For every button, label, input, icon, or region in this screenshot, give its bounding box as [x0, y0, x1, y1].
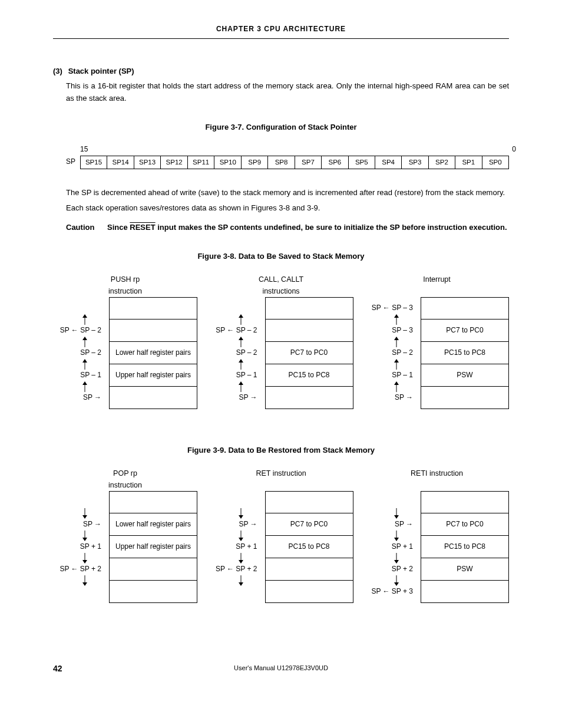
stack-cell: [266, 558, 353, 581]
svg-marker-1: [82, 314, 87, 318]
svg-marker-7: [82, 381, 87, 385]
stack-pointer-label: [53, 581, 105, 603]
sp-bit-cell: SP12: [161, 156, 188, 169]
stack-cell: PC7 to PC0: [266, 513, 353, 536]
stack-pointer-label: SP ← SP + 3: [365, 581, 416, 603]
stack-pointer-label: SP ← SP + 2: [209, 558, 261, 581]
stack-cell: [266, 319, 353, 342]
stack-cell: [421, 297, 508, 319]
svg-marker-47: [394, 582, 399, 586]
svg-marker-13: [239, 359, 243, 363]
figure-3-8-title: Figure 3-8. Data to Be Saved to Stack Me…: [53, 251, 509, 263]
section-para-3: Each stack operation saves/restores data…: [66, 202, 509, 215]
stack-cell: [421, 387, 508, 409]
stack-pointer-label: SP →: [53, 387, 105, 409]
section-number: (3): [53, 65, 66, 78]
stack-diagram-column: CALL, CALLTinstructionsPC7 to PC0PC15 to…: [209, 274, 353, 433]
stack-pointer-label: SP – 3: [365, 319, 416, 342]
stack-diagram-column: RETI instructionPC7 to PC0PC15 to PC8PSW…: [365, 467, 509, 627]
stack-cell: Lower half register pairs: [110, 513, 197, 536]
stack-cell: PC7 to PC0: [266, 342, 353, 364]
svg-marker-5: [82, 359, 87, 363]
stack-pointer-label: SP + 1: [209, 536, 261, 558]
sp-bit-cell: SP0: [482, 156, 508, 169]
caution-label: Caution: [66, 222, 107, 234]
section-title: Stack pointer (SP): [68, 67, 134, 75]
stack-cell: PC15 to PC8: [421, 342, 508, 364]
figure-3-7-title: Figure 3-7. Configuration of Stack Point…: [53, 121, 509, 134]
stack-diagram-column: POP rpinstructionLower half register pai…: [53, 467, 197, 627]
stack-cell: PSW: [421, 364, 508, 387]
sp-bit-cell: SP10: [214, 156, 242, 169]
stack-pointer-label: SP – 2: [209, 342, 261, 364]
svg-marker-41: [394, 515, 399, 519]
stack-cell: [421, 581, 508, 603]
svg-marker-25: [82, 515, 87, 519]
sp-bit-cell: SP5: [348, 156, 375, 169]
stack-cell: [110, 558, 197, 581]
stack-diagram-column: PUSH rpinstructionLower half register pa…: [53, 274, 197, 433]
sp-bits-table: SP15SP14SP13SP12SP11SP10SP9SP8SP7SP6SP5S…: [80, 156, 509, 169]
stack-pointer-label: SP ← SP + 2: [53, 558, 105, 581]
stack-pointer-label: SP ← SP – 2: [53, 319, 105, 342]
stack-pointer-label: SP + 1: [53, 536, 105, 558]
stack-pointer-label: SP ← SP – 2: [209, 319, 261, 342]
figure-3-9: POP rpinstructionLower half register pai…: [53, 467, 509, 627]
stack-pointer-label: [53, 297, 105, 319]
stack-cell: Upper half register pairs: [110, 536, 197, 558]
stack-cell: PC15 to PC8: [266, 364, 353, 387]
svg-marker-33: [239, 515, 243, 519]
sp-bit-cell: SP8: [268, 156, 295, 169]
stack-cell: [266, 581, 353, 603]
svg-marker-19: [394, 337, 399, 340]
stack-cell: [110, 387, 197, 409]
stack-pointer-label: SP →: [365, 513, 416, 536]
sp-bit-cell: SP4: [375, 156, 401, 169]
sp-bit-cell: SP1: [455, 156, 482, 169]
stack-cell: PSW: [421, 558, 508, 581]
svg-marker-23: [394, 381, 399, 385]
stack-cell: [110, 297, 197, 319]
stack-cell: [266, 491, 353, 513]
svg-marker-9: [239, 314, 243, 318]
figure-3-7: 15 0 SP SP15SP14SP13SP12SP11SP10SP9SP8SP…: [66, 144, 509, 169]
svg-marker-31: [82, 582, 87, 586]
svg-marker-37: [239, 560, 243, 564]
caution-text: Since RESET input makes the SP contents …: [107, 222, 509, 234]
chapter-header: CHAPTER 3 CPU ARCHITECTURE: [53, 24, 509, 39]
stack-pointer-label: SP →: [209, 513, 261, 536]
reset-signal: RESET: [130, 223, 155, 232]
sp-bit-cell: SP11: [187, 156, 214, 169]
stack-pointer-label: [209, 491, 261, 513]
sp-register-label: SP: [66, 156, 80, 167]
svg-marker-21: [394, 359, 399, 363]
stack-pointer-label: SP →: [209, 387, 261, 409]
stack-cell: [266, 297, 353, 319]
svg-marker-3: [82, 337, 87, 340]
stack-cell: [421, 491, 508, 513]
stack-cell: [110, 491, 197, 513]
footer-doc-id: User's Manual U12978EJ3V0UD: [88, 663, 474, 674]
svg-marker-39: [239, 582, 243, 586]
sp-bit-cell: SP2: [428, 156, 455, 169]
stack-pointer-label: SP – 1: [209, 364, 261, 387]
stack-pointer-label: [209, 297, 261, 319]
stack-pointer-label: [209, 581, 261, 603]
stack-pointer-label: [365, 491, 416, 513]
diagram-heading: CALL, CALLTinstructions: [209, 274, 353, 294]
sp-bit-cell: SP6: [322, 156, 348, 169]
page-footer: 42 User's Manual U12978EJ3V0UD: [53, 662, 509, 675]
stack-pointer-label: [53, 491, 105, 513]
stack-cell: Lower half register pairs: [110, 342, 197, 364]
stack-cell: PC15 to PC8: [421, 536, 508, 558]
diagram-heading: PUSH rpinstruction: [53, 274, 197, 294]
stack-cell: [110, 319, 197, 342]
section-para-1: This is a 16-bit register that holds the…: [66, 80, 509, 105]
stack-pointer-label: SP – 2: [365, 342, 416, 364]
svg-marker-35: [239, 538, 243, 541]
stack-pointer-label: SP + 1: [365, 536, 416, 558]
stack-diagram-column: InterruptPC7 to PC0PC15 to PC8PSWSP ← SP…: [365, 274, 509, 433]
svg-marker-15: [239, 381, 243, 385]
diagram-heading: RETI instruction: [365, 467, 509, 487]
svg-marker-43: [394, 538, 399, 541]
